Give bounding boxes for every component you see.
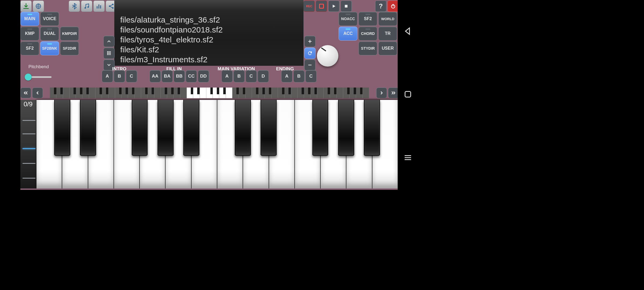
black-key[interactable]	[80, 100, 96, 156]
svg-rect-13	[109, 53, 110, 54]
black-key[interactable]	[364, 100, 380, 156]
fillin-aa[interactable]: AA	[149, 70, 161, 82]
black-key[interactable]	[158, 100, 174, 156]
tempo-knob[interactable]	[317, 45, 338, 67]
ending-c[interactable]: C	[305, 70, 317, 82]
record-stop-button[interactable]	[316, 1, 327, 12]
intro-c[interactable]: C	[126, 70, 137, 82]
mode-voice[interactable]: VOICE	[40, 12, 59, 26]
svg-point-1	[85, 7, 86, 9]
mode-sf2-right[interactable]: SF2	[358, 12, 377, 26]
mode-kmpdir[interactable]: KMPDIR	[60, 27, 79, 41]
help-button[interactable]: ?	[375, 1, 386, 12]
power-button[interactable]	[387, 1, 399, 12]
file-item[interactable]: files/tyros_4tel_elektro.sf2	[120, 35, 298, 45]
svg-rect-17	[110, 54, 111, 55]
svg-rect-15	[107, 54, 108, 55]
keyboard-overview[interactable]: /* placeholder */	[50, 88, 369, 98]
ending-a[interactable]: A	[281, 70, 292, 82]
svg-rect-11	[110, 51, 111, 52]
svg-rect-10	[109, 51, 110, 52]
mainvar-c[interactable]: C	[246, 70, 257, 82]
black-key[interactable]	[261, 100, 277, 156]
fillin-bb[interactable]: BB	[174, 70, 185, 82]
bluetooth-icon[interactable]	[69, 1, 80, 12]
mode-sf2[interactable]: SF2	[20, 41, 39, 55]
mainvar-d[interactable]: D	[258, 70, 269, 82]
file-list-panel: files/alaturka_strings_36.sf2 files/soun…	[114, 0, 303, 66]
app-root: files/alaturka_strings_36.sf2 files/soun…	[20, 0, 398, 190]
file-item[interactable]: files/m3_Instruments.sf2	[120, 55, 298, 64]
black-key[interactable]	[132, 100, 148, 156]
mode-stydir[interactable]: STYDIR	[358, 41, 377, 55]
stop-button[interactable]	[341, 1, 352, 12]
mode-world[interactable]: WORLD	[378, 12, 397, 26]
black-key[interactable]	[312, 100, 328, 156]
list-plus-button[interactable]	[304, 36, 316, 47]
mode-dual[interactable]: DUAL	[40, 27, 59, 41]
main-keyboard[interactable]	[36, 100, 398, 189]
mode-tr[interactable]: TR	[378, 27, 397, 41]
mainvar-a[interactable]: A	[221, 70, 233, 82]
velocity-bar[interactable]	[20, 100, 36, 189]
play-button[interactable]	[328, 1, 339, 12]
fillin-dd[interactable]: DD	[198, 70, 209, 82]
music-note-icon[interactable]	[81, 1, 92, 12]
octave-fast-right[interactable]	[388, 88, 399, 98]
svg-rect-4	[98, 5, 99, 9]
svg-rect-12	[107, 53, 108, 54]
nav-recent-icon[interactable]	[403, 153, 413, 164]
ending-b[interactable]: B	[293, 70, 305, 82]
intro-b[interactable]: B	[114, 70, 125, 82]
record-button[interactable]: REC	[303, 1, 315, 12]
svg-rect-16	[109, 54, 110, 55]
svg-rect-18	[345, 5, 347, 8]
file-item[interactable]: files/Kit.sf2	[120, 45, 298, 55]
svg-rect-5	[100, 5, 101, 9]
file-item[interactable]: files/alaturka_strings_36.sf2	[120, 15, 298, 25]
intro-a[interactable]: A	[102, 70, 113, 82]
fillin-ba[interactable]: BA	[162, 70, 173, 82]
android-nav-bar	[398, 0, 418, 190]
pitchbend-label: Pitchbend	[28, 64, 49, 70]
svg-rect-20	[405, 92, 411, 97]
svg-rect-3	[97, 6, 97, 9]
equalizer-icon[interactable]	[93, 1, 105, 12]
nav-home-icon[interactable]	[403, 89, 413, 100]
octave-left[interactable]	[32, 88, 43, 98]
fillin-cc[interactable]: CC	[186, 70, 197, 82]
file-list-up-button[interactable]	[103, 36, 115, 47]
mode-chord[interactable]: CHORD	[358, 27, 377, 41]
mode-sf2bnk[interactable]: SF2BNK	[40, 41, 59, 55]
svg-point-2	[87, 6, 89, 8]
black-key[interactable]	[235, 100, 251, 156]
pitchbend-thumb[interactable]	[25, 74, 32, 81]
file-item[interactable]: files/soundfontpiano2018.sf2	[120, 25, 298, 35]
octave-counter: 0/9	[24, 100, 32, 108]
mode-noacc[interactable]: NOACC	[339, 12, 357, 26]
mode-main[interactable]: MAIN	[20, 12, 39, 26]
black-key[interactable]	[183, 100, 199, 156]
list-minus-button[interactable]	[304, 59, 316, 71]
mode-kmp[interactable]: KMP	[20, 27, 39, 41]
svg-rect-9	[107, 51, 108, 52]
black-key[interactable]	[54, 100, 70, 156]
svg-rect-14	[110, 53, 111, 54]
mode-sf2dir[interactable]: SF2DIR	[60, 41, 79, 55]
octave-fast-left[interactable]	[20, 88, 31, 98]
list-refresh-button[interactable]	[304, 48, 316, 59]
mainvar-b[interactable]: B	[233, 70, 245, 82]
file-list-grid-button[interactable]	[103, 48, 115, 59]
globe-headphones-icon[interactable]	[33, 1, 44, 12]
mode-acc[interactable]: ACC	[339, 27, 357, 41]
octave-right[interactable]	[376, 88, 387, 98]
black-key[interactable]	[338, 100, 354, 156]
nav-back-icon[interactable]	[403, 26, 413, 37]
mode-user[interactable]: USER	[378, 41, 397, 55]
download-icon[interactable]	[20, 1, 32, 12]
